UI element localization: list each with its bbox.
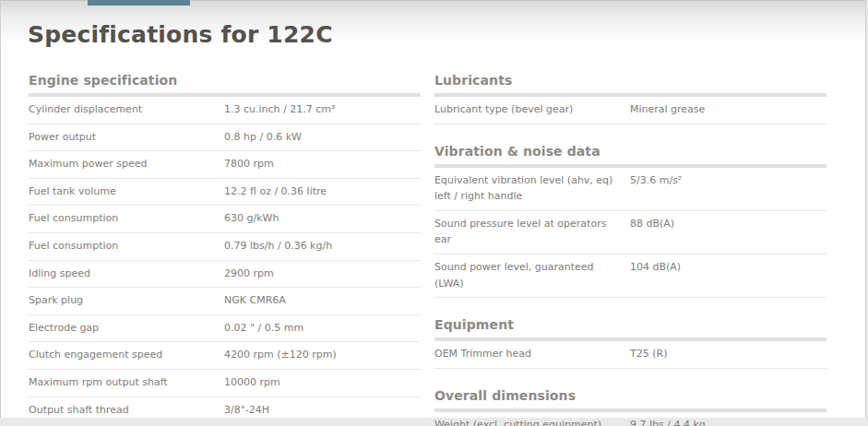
spec-value: Mineral grease xyxy=(630,101,826,118)
spec-row: Power output 0.8 hp / 0.6 kW xyxy=(29,124,421,152)
spec-value: 0.02 " / 0.5 mm xyxy=(224,320,421,337)
spec-row: Spark plug NGK CMR6A xyxy=(29,288,421,315)
section-engine-specification: Engine specification Cylinder displaceme… xyxy=(29,73,421,424)
spec-value: 10000 rpm xyxy=(224,374,421,391)
spec-label: Sound power level, guaranteed (LWA) xyxy=(434,259,630,291)
section-heading: Engine specification xyxy=(29,73,421,88)
page-title: Specifications for 122C xyxy=(28,21,333,48)
spec-label: Clutch engagement speed xyxy=(29,347,224,363)
spec-label: Spark plug xyxy=(29,292,224,309)
spec-row: Weight (excl. cutting equipment) 9.7 lbs… xyxy=(434,412,826,426)
section-heading: Equipment xyxy=(434,317,826,332)
active-tab-indicator[interactable] xyxy=(88,0,190,6)
spec-label: Output shaft thread xyxy=(29,402,224,419)
spec-label: Sound pressure level at operators ear xyxy=(434,216,630,248)
spec-value: 3/8"-24H xyxy=(224,402,421,419)
section-overall-dimensions: Overall dimensions Weight (excl. cutting… xyxy=(434,388,826,426)
spec-row: Output shaft thread 3/8"-24H xyxy=(29,397,421,425)
spec-label: Maximum power speed xyxy=(29,156,224,172)
spec-label: Electrode gap xyxy=(29,320,224,337)
spec-label: Maximum rpm output shaft xyxy=(29,374,224,391)
spec-row: Sound pressure level at operators ear 88… xyxy=(434,211,826,254)
spec-row: Maximum power speed 7800 rpm xyxy=(29,151,421,179)
section-lubricants: Lubricants Lubricant type (bevel gear) M… xyxy=(434,73,826,124)
spec-value: NGK CMR6A xyxy=(224,292,421,309)
spec-value: 104 dB(A) xyxy=(630,259,826,276)
spec-label: Fuel consumption xyxy=(29,210,224,227)
spec-row: Fuel consumption 0.79 lbs/h / 0.36 kg/h xyxy=(29,233,421,261)
spec-value: 7800 rpm xyxy=(224,156,421,172)
spec-label: Fuel consumption xyxy=(29,238,224,254)
spec-label: OEM Trimmer head xyxy=(434,346,630,362)
spec-label: Idling speed xyxy=(29,266,224,282)
spec-value: 9.7 lbs / 4.4 kg xyxy=(630,417,826,426)
section-vibration-noise-data: Vibration & noise data Equivalent vibrat… xyxy=(434,144,826,299)
spec-row: Electrode gap 0.02 " / 0.5 mm xyxy=(29,315,421,343)
spec-row: Lubricant type (bevel gear) Mineral grea… xyxy=(434,97,826,124)
spec-label: Cylinder displacement xyxy=(29,101,224,118)
spec-row: Sound power level, guaranteed (LWA) 104 … xyxy=(434,254,826,298)
spec-label: Lubricant type (bevel gear) xyxy=(434,101,630,118)
spec-value: T25 (R) xyxy=(630,346,826,362)
section-equipment: Equipment OEM Trimmer head T25 (R) xyxy=(434,317,826,369)
spec-row: Cylinder displacement 1.3 cu.inch / 21.7… xyxy=(29,97,421,124)
spec-value: 12.2 fl oz / 0.36 litre xyxy=(224,183,421,200)
spec-value: 5/3.6 m/s² xyxy=(630,172,826,189)
right-column: Lubricants Lubricant type (bevel gear) M… xyxy=(434,73,826,426)
spec-row: Idling speed 2900 rpm xyxy=(29,261,421,289)
section-heading: Overall dimensions xyxy=(434,388,826,403)
spec-label: Fuel tank volume xyxy=(29,183,224,200)
spec-label: Equivalent vibration level (ahv, eq) lef… xyxy=(434,172,630,205)
spec-value: 0.79 lbs/h / 0.36 kg/h xyxy=(224,238,421,254)
spec-row: Fuel tank volume 12.2 fl oz / 0.36 litre xyxy=(29,179,421,207)
spec-value: 1.3 cu.inch / 21.7 cm³ xyxy=(224,101,421,118)
spec-row: Equivalent vibration level (ahv, eq) lef… xyxy=(434,168,826,211)
spec-value: 2900 rpm xyxy=(224,266,421,282)
spec-row: OEM Trimmer head T25 (R) xyxy=(434,341,826,369)
spec-value: 0.8 hp / 0.6 kW xyxy=(224,129,421,146)
content-card: Specifications for 122C Engine specifica… xyxy=(0,0,866,418)
section-heading: Vibration & noise data xyxy=(434,144,826,159)
spec-label: Weight (excl. cutting equipment) xyxy=(434,417,630,426)
spec-row: Maximum rpm output shaft 10000 rpm xyxy=(29,370,421,397)
spec-value: 4200 rpm (±120 rpm) xyxy=(224,347,421,363)
section-heading: Lubricants xyxy=(434,73,826,88)
spec-row: Fuel consumption 630 g/kWh xyxy=(29,206,421,233)
spec-value: 88 dB(A) xyxy=(630,216,826,232)
spec-row: Clutch engagement speed 4200 rpm (±120 r… xyxy=(29,342,421,370)
specifications-page: Specifications for 122C Engine specifica… xyxy=(0,0,868,426)
spec-value: 630 g/kWh xyxy=(224,210,421,227)
left-column: Engine specification Cylinder displaceme… xyxy=(29,73,421,424)
spec-label: Power output xyxy=(29,129,224,146)
